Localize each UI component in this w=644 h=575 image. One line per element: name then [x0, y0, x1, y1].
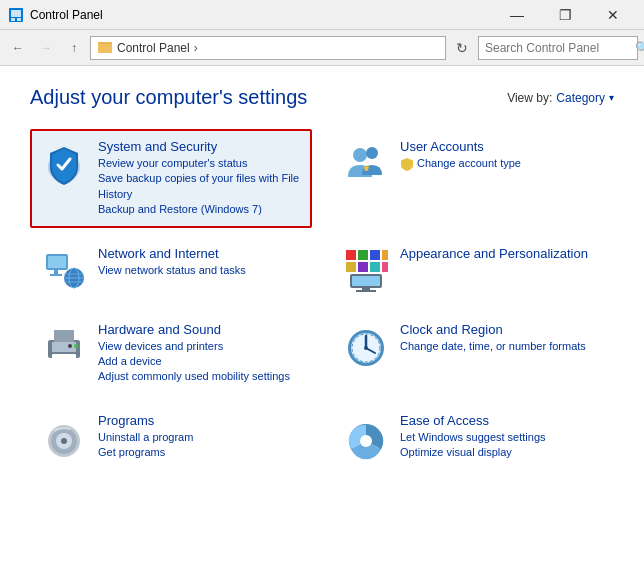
svg-rect-30 [356, 290, 376, 292]
programs-icon [40, 413, 88, 461]
network-internet-title[interactable]: Network and Internet [98, 246, 302, 261]
network-internet-content: Network and Internet View network status… [98, 246, 302, 278]
minimize-button[interactable]: — [494, 0, 540, 30]
path-arrow: › [194, 41, 198, 55]
window-controls: — ❐ ✕ [494, 0, 636, 30]
svg-point-47 [61, 438, 67, 444]
view-by-arrow: ▾ [609, 92, 614, 103]
user-accounts-title[interactable]: User Accounts [400, 139, 604, 154]
mobility-settings-link[interactable]: Adjust commonly used mobility settings [98, 369, 302, 384]
svg-rect-32 [52, 342, 76, 352]
app-icon [8, 7, 24, 23]
system-security-content: System and Security Review your computer… [98, 139, 302, 218]
ease-access-title[interactable]: Ease of Access [400, 413, 604, 428]
get-programs-link[interactable]: Get programs [98, 445, 302, 460]
view-by-value[interactable]: Category [556, 91, 605, 105]
search-input[interactable] [485, 41, 635, 55]
svg-rect-19 [346, 250, 356, 260]
programs-title[interactable]: Programs [98, 413, 302, 428]
svg-rect-24 [358, 262, 368, 272]
appearance-item[interactable]: Appearance and Personalization [332, 236, 614, 304]
suggest-settings-link[interactable]: Let Windows suggest settings [400, 430, 604, 445]
clock-region-content: Clock and Region Change date, time, or n… [400, 322, 604, 354]
svg-point-42 [364, 346, 368, 350]
devices-printers-link[interactable]: View devices and printers [98, 339, 302, 354]
svg-rect-5 [98, 44, 112, 53]
system-security-link-3[interactable]: Backup and Restore (Windows 7) [98, 202, 302, 217]
svg-rect-1 [11, 10, 21, 17]
svg-rect-12 [54, 270, 58, 274]
close-button[interactable]: ✕ [590, 0, 636, 30]
network-internet-item[interactable]: Network and Internet View network status… [30, 236, 312, 304]
svg-point-35 [74, 344, 78, 348]
svg-rect-3 [17, 18, 21, 21]
up-button[interactable]: ↑ [62, 36, 86, 60]
view-by-label: View by: [507, 91, 552, 105]
forward-button: → [34, 36, 58, 60]
hardware-sound-content: Hardware and Sound View devices and prin… [98, 322, 302, 385]
svg-rect-23 [346, 262, 356, 272]
svg-rect-25 [370, 262, 380, 272]
view-by-control[interactable]: View by: Category ▾ [507, 91, 614, 105]
svg-point-36 [68, 344, 72, 348]
svg-point-49 [360, 435, 372, 447]
items-grid: System and Security Review your computer… [30, 129, 614, 471]
path-segment: Control Panel [117, 41, 190, 55]
restore-button[interactable]: ❐ [542, 0, 588, 30]
add-device-link[interactable]: Add a device [98, 354, 302, 369]
svg-rect-28 [352, 276, 380, 286]
svg-rect-11 [48, 256, 66, 268]
appearance-title[interactable]: Appearance and Personalization [400, 246, 604, 261]
user-accounts-content: User Accounts Change account type [400, 139, 604, 171]
user-accounts-icon [342, 139, 390, 187]
network-status-link[interactable]: View network status and tasks [98, 263, 302, 278]
window-title: Control Panel [30, 8, 494, 22]
system-security-icon [40, 139, 88, 187]
clock-region-icon [342, 322, 390, 370]
appearance-content: Appearance and Personalization [400, 246, 604, 263]
svg-rect-20 [358, 250, 368, 260]
page-header: Adjust your computer's settings View by:… [30, 86, 614, 109]
search-icon: 🔍 [635, 41, 644, 55]
user-accounts-item[interactable]: User Accounts Change account type [332, 129, 614, 228]
system-security-link-2[interactable]: Save backup copies of your files with Fi… [98, 171, 302, 202]
svg-point-8 [353, 148, 367, 162]
svg-rect-13 [50, 274, 62, 276]
shield-small-icon [400, 157, 414, 171]
uninstall-link[interactable]: Uninstall a program [98, 430, 302, 445]
refresh-button[interactable]: ↻ [450, 36, 474, 60]
address-path[interactable]: Control Panel › [90, 36, 446, 60]
visual-display-link[interactable]: Optimize visual display [400, 445, 604, 460]
search-box[interactable]: 🔍 [478, 36, 638, 60]
svg-rect-33 [54, 330, 74, 342]
svg-point-9 [366, 147, 378, 159]
appearance-icon [342, 246, 390, 294]
svg-rect-22 [382, 250, 388, 260]
hardware-sound-title[interactable]: Hardware and Sound [98, 322, 302, 337]
programs-content: Programs Uninstall a program Get program… [98, 413, 302, 461]
ease-access-item[interactable]: Ease of Access Let Windows suggest setti… [332, 403, 614, 471]
change-account-link[interactable]: Change account type [417, 156, 521, 171]
main-content: Adjust your computer's settings View by:… [0, 66, 644, 491]
system-security-title[interactable]: System and Security [98, 139, 302, 154]
programs-item[interactable]: Programs Uninstall a program Get program… [30, 403, 312, 471]
svg-rect-6 [100, 42, 104, 44]
title-bar: Control Panel — ❐ ✕ [0, 0, 644, 30]
page-title: Adjust your computer's settings [30, 86, 307, 109]
svg-rect-26 [382, 262, 388, 272]
clock-region-title[interactable]: Clock and Region [400, 322, 604, 337]
svg-rect-2 [11, 18, 15, 21]
date-time-link[interactable]: Change date, time, or number formats [400, 339, 604, 354]
network-internet-icon [40, 246, 88, 294]
svg-rect-34 [52, 354, 76, 362]
ease-access-content: Ease of Access Let Windows suggest setti… [400, 413, 604, 461]
ease-access-icon [342, 413, 390, 461]
address-bar: ← → ↑ Control Panel › ↻ 🔍 [0, 30, 644, 66]
clock-region-item[interactable]: Clock and Region Change date, time, or n… [332, 312, 614, 395]
hardware-sound-item[interactable]: Hardware and Sound View devices and prin… [30, 312, 312, 395]
system-security-item[interactable]: System and Security Review your computer… [30, 129, 312, 228]
system-security-link-1[interactable]: Review your computer's status [98, 156, 302, 171]
hardware-sound-icon [40, 322, 88, 370]
back-button[interactable]: ← [6, 36, 30, 60]
svg-rect-21 [370, 250, 380, 260]
